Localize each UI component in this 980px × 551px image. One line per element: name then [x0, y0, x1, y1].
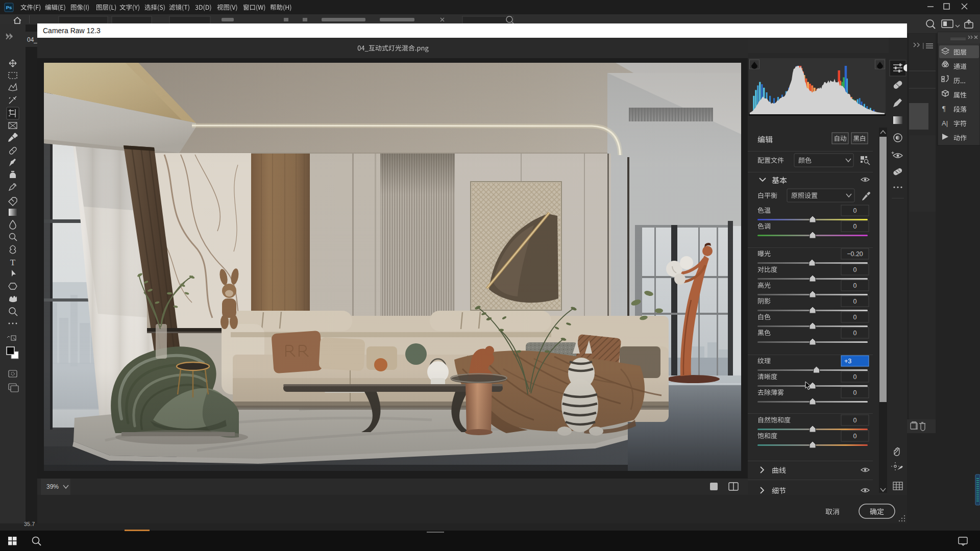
svg-text:0: 0: [853, 223, 857, 230]
svg-text:0: 0: [853, 282, 857, 289]
svg-text:39%: 39%: [46, 483, 59, 490]
svg-text:35.7: 35.7: [24, 521, 35, 527]
svg-text:−0.20: −0.20: [847, 251, 863, 258]
svg-text:Camera Raw 12.3: Camera Raw 12.3: [43, 27, 101, 35]
svg-text:0: 0: [853, 389, 857, 396]
svg-text:T: T: [10, 258, 16, 267]
svg-text:0: 0: [853, 266, 857, 273]
svg-text:Ps: Ps: [6, 5, 12, 10]
svg-text:+3: +3: [844, 358, 851, 365]
svg-text:0: 0: [853, 417, 857, 424]
svg-text:A|: A|: [942, 119, 948, 127]
svg-text:0: 0: [853, 207, 857, 214]
svg-text:¶: ¶: [942, 105, 946, 113]
svg-text:0: 0: [853, 433, 857, 440]
svg-text:0: 0: [853, 330, 857, 337]
svg-text:0: 0: [853, 298, 857, 305]
svg-text:04_: 04_: [27, 36, 37, 43]
svg-text:0: 0: [853, 373, 857, 381]
svg-text:0: 0: [853, 314, 857, 321]
